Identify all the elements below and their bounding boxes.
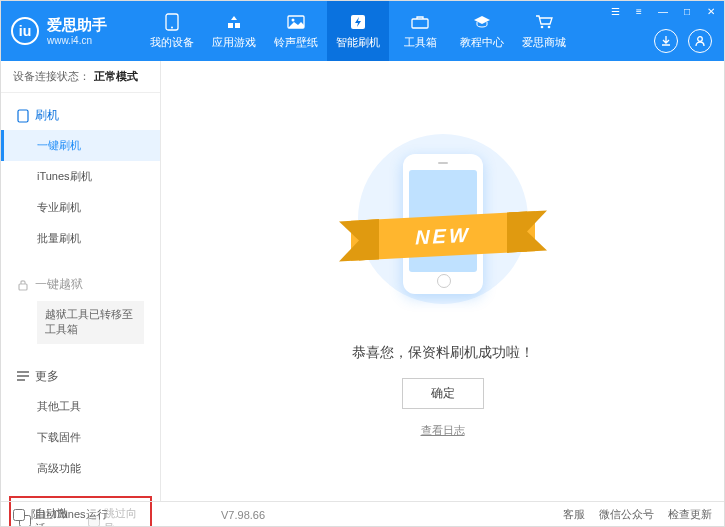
svg-point-1 (171, 26, 173, 28)
tab-toolbox[interactable]: 工具箱 (389, 1, 451, 61)
sidebar-item-batch[interactable]: 批量刷机 (1, 223, 160, 254)
tab-smart-flash[interactable]: 智能刷机 (327, 1, 389, 61)
tab-label: 智能刷机 (336, 35, 380, 50)
close-icon[interactable]: ✕ (704, 4, 718, 18)
tab-label: 铃声壁纸 (274, 35, 318, 50)
sidebar-item-download-fw[interactable]: 下载固件 (1, 422, 160, 453)
sidebar: 设备连接状态： 正常模式 刷机 一键刷机 iTunes刷机 专业刷机 批量刷机 … (1, 61, 161, 501)
section-title: 一键越狱 (35, 276, 83, 293)
phone-small-icon (17, 109, 29, 123)
logo: iu 爱思助手 www.i4.cn (11, 16, 131, 46)
phone-icon (162, 13, 182, 31)
tab-label: 爱思商城 (522, 35, 566, 50)
view-log-link[interactable]: 查看日志 (421, 423, 465, 438)
list-icon (17, 371, 29, 381)
status-label: 设备连接状态： (13, 69, 90, 84)
success-message: 恭喜您，保资料刷机成功啦！ (352, 344, 534, 362)
minimize-icon[interactable]: — (656, 4, 670, 18)
main-content: NEW 恭喜您，保资料刷机成功啦！ 确定 查看日志 (161, 61, 724, 501)
skin-icon[interactable]: ☰ (608, 4, 622, 18)
sidebar-item-advanced[interactable]: 高级功能 (1, 453, 160, 484)
footer-link-update[interactable]: 检查更新 (668, 507, 712, 522)
flash-icon (348, 13, 368, 31)
section-title: 刷机 (35, 107, 59, 124)
maximize-icon[interactable]: □ (680, 4, 694, 18)
image-icon (286, 13, 306, 31)
window-controls: ☰ ≡ — □ ✕ (608, 4, 718, 18)
tab-tutorials[interactable]: 教程中心 (451, 1, 513, 61)
user-button[interactable] (688, 29, 712, 53)
sidebar-item-other-tools[interactable]: 其他工具 (1, 391, 160, 422)
svg-rect-5 (412, 19, 428, 28)
tab-label: 我的设备 (150, 35, 194, 50)
tab-label: 工具箱 (404, 35, 437, 50)
svg-point-3 (292, 18, 295, 21)
brand-url: www.i4.cn (47, 35, 107, 46)
tab-ringtones[interactable]: 铃声壁纸 (265, 1, 327, 61)
status-value: 正常模式 (94, 69, 138, 84)
download-button[interactable] (654, 29, 678, 53)
success-illustration: NEW (333, 134, 553, 314)
nav-tabs: 我的设备 应用游戏 铃声壁纸 智能刷机 工具箱 教程中心 爱思商城 (141, 1, 575, 61)
sidebar-item-oneclick[interactable]: 一键刷机 (1, 130, 160, 161)
tab-my-device[interactable]: 我的设备 (141, 1, 203, 61)
tab-label: 教程中心 (460, 35, 504, 50)
checkbox-label: 阻止iTunes运行 (31, 507, 108, 522)
jailbreak-moved-note[interactable]: 越狱工具已转移至工具箱 (37, 301, 144, 344)
tab-label: 应用游戏 (212, 35, 256, 50)
sidebar-item-itunes[interactable]: iTunes刷机 (1, 161, 160, 192)
apps-icon (224, 13, 244, 31)
svg-point-6 (541, 25, 544, 28)
block-itunes-checkbox[interactable]: 阻止iTunes运行 (13, 507, 108, 522)
version-label: V7.98.66 (221, 509, 265, 521)
graduation-icon (472, 13, 492, 31)
footer-link-wechat[interactable]: 微信公众号 (599, 507, 654, 522)
svg-point-7 (548, 25, 551, 28)
sidebar-item-pro[interactable]: 专业刷机 (1, 192, 160, 223)
connection-status: 设备连接状态： 正常模式 (1, 61, 160, 93)
svg-point-8 (698, 37, 703, 42)
cart-icon (534, 13, 554, 31)
section-title: 更多 (35, 368, 59, 385)
tab-store[interactable]: 爱思商城 (513, 1, 575, 61)
logo-icon: iu (11, 17, 39, 45)
section-jailbreak: 一键越狱 (1, 270, 160, 299)
header-actions (654, 29, 712, 53)
footer-link-support[interactable]: 客服 (563, 507, 585, 522)
toolbox-icon (410, 13, 430, 31)
lock-icon (17, 279, 29, 291)
tab-apps-games[interactable]: 应用游戏 (203, 1, 265, 61)
app-header: iu 爱思助手 www.i4.cn 我的设备 应用游戏 铃声壁纸 智能刷机 工具… (1, 1, 724, 61)
ok-button[interactable]: 确定 (402, 378, 484, 409)
menu-icon[interactable]: ≡ (632, 4, 646, 18)
svg-rect-9 (18, 110, 28, 122)
svg-rect-10 (19, 284, 27, 290)
section-flash[interactable]: 刷机 (1, 101, 160, 130)
brand-name: 爱思助手 (47, 16, 107, 35)
footer: 阻止iTunes运行 V7.98.66 客服 微信公众号 检查更新 (1, 501, 724, 527)
section-more[interactable]: 更多 (1, 362, 160, 391)
